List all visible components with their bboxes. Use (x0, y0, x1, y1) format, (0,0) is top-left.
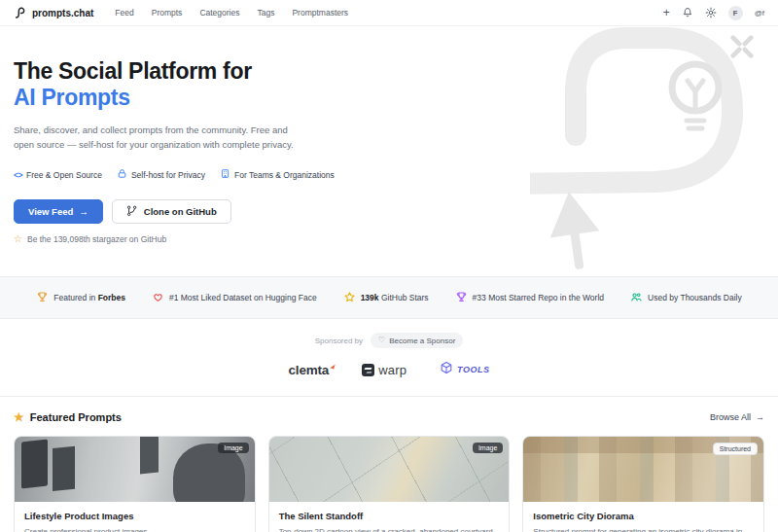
card-title: Lifestyle Product Images (24, 511, 245, 521)
nav-item-feed[interactable]: Feed (115, 8, 133, 18)
stat-huggingface: #1 Most Liked Dataset on Hugging Face (152, 291, 317, 305)
heart-icon (152, 291, 164, 305)
card-type-badge: Image (218, 443, 248, 453)
hero-cta-row: View Feed → Clone on GitHub (14, 199, 764, 224)
prompt-card-silent-standoff[interactable]: Image The Silent Standoff Top-down 2D ca… (268, 436, 511, 532)
add-prompt-icon[interactable]: + (663, 7, 670, 18)
notifications-bell-icon[interactable] (682, 7, 693, 18)
sponsor-logo-warp[interactable]: warp (362, 363, 407, 377)
card-image-courtyard-illustration: Image (269, 437, 510, 502)
stats-bar: Featured in Forbes #1 Most Liked Dataset… (0, 276, 778, 319)
nav-right: + F @f (663, 6, 764, 20)
cube-icon (440, 361, 453, 378)
featured-title: ★ Featured Prompts (14, 411, 122, 423)
sponsored-by-label: Sponsored by (315, 337, 363, 345)
nav-item-categories[interactable]: Categories (199, 8, 239, 18)
nav-item-prompts[interactable]: Prompts (152, 8, 183, 18)
hero-subtitle: Share, discover, and collect prompts fro… (14, 124, 764, 152)
card-type-badge: Image (473, 443, 503, 453)
building-icon (220, 168, 230, 181)
logo-icon (14, 6, 27, 19)
arrow-right-icon: → (79, 206, 88, 217)
git-branch-icon (126, 205, 138, 219)
brand-name: prompts.chat (32, 8, 93, 18)
stat-most-starred: #33 Most Starred Repo in the World (455, 291, 604, 305)
sponsor-logo-clemta[interactable]: clemta (289, 363, 330, 377)
stat-featured-forbes: Featured in Forbes (36, 291, 125, 305)
sponsor-logo-tools[interactable]: TOOLS (440, 361, 489, 378)
stargazer-link[interactable]: ☆ Be the 139,098th stargazer on GitHub (14, 234, 764, 244)
top-nav: prompts.chat Feed Prompts Categories Tag… (0, 0, 778, 26)
clone-github-button[interactable]: Clone on GitHub (112, 199, 231, 224)
avatar[interactable]: F (728, 6, 743, 20)
browse-all-link[interactable]: Browse All → (710, 412, 764, 422)
view-feed-button[interactable]: View Feed → (14, 199, 103, 224)
trophy-icon (36, 291, 49, 305)
card-description: Create professional product images (24, 526, 245, 532)
stat-daily-users: Used by Thousands Daily (630, 291, 742, 305)
card-title: Isometric City Diorama (533, 511, 754, 521)
hero-section: The Social Platform for AI Prompts Share… (0, 26, 778, 276)
brand[interactable]: prompts.chat (14, 6, 93, 19)
lock-icon (117, 168, 127, 181)
nav-links: Feed Prompts Categories Tags Promptmaste… (115, 8, 348, 18)
featured-header: ★ Featured Prompts Browse All → (0, 397, 778, 434)
arrow-right-icon: → (756, 412, 764, 422)
nav-item-tags[interactable]: Tags (257, 8, 274, 18)
warp-icon (362, 364, 374, 376)
sponsor-logos: clemta warp TOOLS (289, 361, 490, 378)
hero-features: <> Free & Open Source Self-host for Priv… (14, 168, 764, 181)
featured-cards: Image Lifestyle Product Images Create pr… (0, 434, 778, 532)
sponsors-section: Sponsored by ♡ Become a Sponsor clemta w… (0, 319, 778, 397)
card-description: Top-down 2D cartoon view of a cracked, a… (279, 526, 500, 532)
become-sponsor-button[interactable]: ♡ Become a Sponsor (371, 333, 463, 348)
sponsor-head: Sponsored by ♡ Become a Sponsor (315, 333, 464, 348)
stat-github-stars: 139k GitHub Stars (343, 291, 429, 305)
feature-self-host: Self-host for Privacy (117, 168, 205, 181)
star-icon (343, 291, 356, 305)
card-description: Structured prompt for generating an isom… (533, 526, 754, 532)
prompt-card-isometric-city-diorama[interactable]: Structured Isometric City Diorama Struct… (522, 436, 764, 532)
code-icon: <> (14, 170, 22, 180)
star-outline-icon: ☆ (14, 234, 22, 244)
feature-teams: For Teams & Organizations (220, 168, 335, 181)
hero-title-blue: AI Prompts (14, 85, 130, 110)
hero-title-black: The Social Platform for (14, 58, 252, 84)
card-type-badge: Structured (713, 443, 758, 455)
theme-sun-icon[interactable] (705, 7, 717, 18)
hero-title: The Social Platform for AI Prompts (14, 58, 764, 111)
heart-icon: ♡ (378, 337, 385, 344)
username[interactable]: @f (755, 9, 764, 18)
star-icon: ★ (14, 411, 24, 423)
trophy-icon (455, 291, 468, 305)
prompt-card-lifestyle-product-images[interactable]: Image Lifestyle Product Images Create pr… (14, 436, 256, 532)
users-icon (630, 291, 643, 305)
card-image-office-photo: Image (15, 437, 255, 502)
card-title: The Silent Standoff (279, 511, 500, 521)
card-image-isometric-city: Structured (523, 437, 763, 502)
feature-open-source: <> Free & Open Source (14, 170, 102, 180)
featured-section: ★ Featured Prompts Browse All → Image Li… (0, 397, 778, 532)
nav-item-promptmasters[interactable]: Promptmasters (292, 8, 348, 18)
